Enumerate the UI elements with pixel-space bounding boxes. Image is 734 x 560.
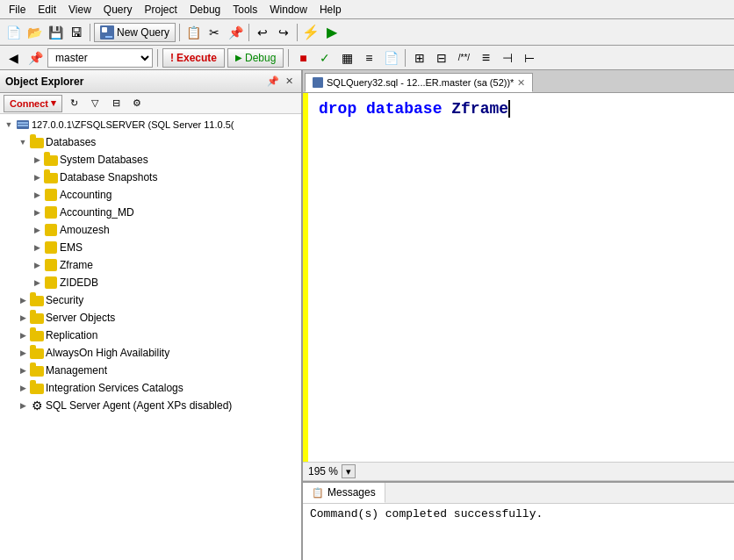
amouzesh-expand-icon[interactable]: ▶ xyxy=(30,223,44,237)
messages-tab[interactable]: 📋 Messages xyxy=(303,483,385,503)
tree-item-integration[interactable]: ▶ Integration Services Catalogs xyxy=(0,379,301,397)
accounting-expand-icon[interactable]: ▶ xyxy=(30,188,44,202)
server-expand-icon[interactable]: ▼ xyxy=(2,118,16,132)
oe-properties-button[interactable]: ⚙ xyxy=(127,94,147,113)
connection-button[interactable]: ⚡ xyxy=(301,23,320,42)
save-all-button[interactable]: 🖫 xyxy=(67,23,86,42)
system-db-expand-icon[interactable]: ▶ xyxy=(30,153,44,167)
oe-filter-button[interactable]: ▽ xyxy=(85,94,104,113)
tree-item-accounting[interactable]: ▶ Accounting xyxy=(0,186,301,204)
alwayson-label: AlwaysOn High Availability xyxy=(46,347,169,359)
tree-item-server-objects[interactable]: ▶ Server Objects xyxy=(0,309,301,327)
oe-close-button[interactable]: ✕ xyxy=(282,75,296,89)
menu-query[interactable]: Query xyxy=(98,2,138,18)
parse-button[interactable]: ✓ xyxy=(315,48,335,68)
menu-help[interactable]: Help xyxy=(314,2,347,18)
security-folder-icon xyxy=(30,293,44,307)
zoom-level: 195 % xyxy=(308,465,338,477)
redo-button[interactable]: ↪ xyxy=(274,23,293,42)
new-file-button[interactable]: 📄 xyxy=(4,23,23,42)
align-right-button[interactable]: ⊢ xyxy=(520,48,539,68)
editor-content-area[interactable]: drop database Zframe xyxy=(308,93,734,462)
toolbar2: ◀ 📌 master ! Execute ▶ Debug ■ ✓ ▦ ≡ 📄 ⊞… xyxy=(0,46,734,70)
messages-tab-label: Messages xyxy=(327,486,376,499)
sql-database-keyword: database xyxy=(366,100,442,118)
results-text-button[interactable]: ≡ xyxy=(359,48,378,68)
decrease-indent-button[interactable]: ⊟ xyxy=(432,48,451,68)
integration-expand-icon[interactable]: ▶ xyxy=(16,381,30,395)
menu-project[interactable]: Project xyxy=(140,2,183,18)
back-button[interactable]: ◀ xyxy=(4,48,23,68)
tree-item-management[interactable]: ▶ Management xyxy=(0,362,301,379)
menu-file[interactable]: File xyxy=(4,2,31,18)
new-query-button[interactable]: New Query xyxy=(94,23,176,42)
security-expand-icon[interactable]: ▶ xyxy=(16,293,30,307)
increase-indent-button[interactable]: ⊞ xyxy=(410,48,429,68)
tree-item-system-databases[interactable]: ▶ System Databases xyxy=(0,151,301,169)
oe-refresh-all-button[interactable]: ↻ xyxy=(64,94,83,113)
debug-button[interactable]: ▶ Debug xyxy=(227,48,284,68)
tree-item-sql-agent[interactable]: ▶ ⚙ SQL Server Agent (Agent XPs disabled… xyxy=(0,397,301,414)
comment-button[interactable]: /**/ xyxy=(454,48,473,68)
tree-item-ems[interactable]: ▶ EMS xyxy=(0,239,301,256)
server-icon xyxy=(16,118,30,132)
database-selector[interactable]: master xyxy=(47,48,153,68)
management-expand-icon[interactable]: ▶ xyxy=(16,363,30,377)
tree-item-alwayson[interactable]: ▶ AlwaysOn High Availability xyxy=(0,344,301,362)
tree-item-replication[interactable]: ▶ Replication xyxy=(0,327,301,344)
open-file-button[interactable]: 📂 xyxy=(25,23,44,42)
paste-button[interactable]: 📌 xyxy=(226,23,245,42)
save-button[interactable]: 💾 xyxy=(46,23,65,42)
align-left-button[interactable]: ⊣ xyxy=(498,48,517,68)
tree-item-accounting-md[interactable]: ▶ Accounting_MD xyxy=(0,204,301,221)
menu-view[interactable]: View xyxy=(63,2,97,18)
zframe-expand-icon[interactable]: ▶ xyxy=(30,258,44,272)
tree-item-zframe[interactable]: ▶ Zframe xyxy=(0,256,301,274)
zidedb-expand-icon[interactable]: ▶ xyxy=(30,276,44,290)
menu-edit[interactable]: Edit xyxy=(32,2,61,18)
menu-tools[interactable]: Tools xyxy=(227,2,263,18)
alwayson-folder-icon xyxy=(30,346,44,360)
execute-label: Execute xyxy=(176,52,217,64)
tab-close-button[interactable]: ✕ xyxy=(517,77,525,89)
oe-collapse-button[interactable]: ⊟ xyxy=(106,94,126,113)
oe-toolbar: Connect ▾ ↻ ▽ ⊟ ⚙ xyxy=(0,93,301,114)
debug-label: Debug xyxy=(245,52,276,64)
ems-expand-icon[interactable]: ▶ xyxy=(30,241,44,255)
tree-item-server[interactable]: ▼ 127.0.0.1\ZFSQLSERVER (SQL Server 11.0… xyxy=(0,116,301,133)
undo-button[interactable]: ↩ xyxy=(253,23,272,42)
tree-item-security[interactable]: ▶ Security xyxy=(0,291,301,309)
tree-item-db-snapshots[interactable]: ▶ Database Snapshots xyxy=(0,169,301,186)
databases-expand-icon[interactable]: ▼ xyxy=(16,135,30,149)
tab-bar: SQLQuery32.sql - 12...ER.master (sa (52)… xyxy=(303,70,734,93)
query-tab-active[interactable]: SQLQuery32.sql - 12...ER.master (sa (52)… xyxy=(305,73,533,92)
db-snapshots-label: Database Snapshots xyxy=(60,171,157,183)
toolbar2-separator-3 xyxy=(405,49,406,67)
tree-item-databases[interactable]: ▼ Databases xyxy=(0,133,301,151)
stop-button[interactable]: ■ xyxy=(293,48,313,68)
svg-rect-2 xyxy=(18,125,28,126)
forward-button[interactable]: 📌 xyxy=(25,48,45,68)
snapshots-expand-icon[interactable]: ▶ xyxy=(30,170,44,184)
results-grid-button[interactable]: ▦ xyxy=(337,48,356,68)
copy-button[interactable]: 📋 xyxy=(184,23,203,42)
oe-connect-button[interactable]: Connect ▾ xyxy=(4,95,62,112)
agent-expand-icon[interactable]: ▶ xyxy=(16,398,30,413)
accounting-md-expand-icon[interactable]: ▶ xyxy=(30,205,44,219)
menu-debug[interactable]: Debug xyxy=(184,2,226,18)
zoom-dropdown-button[interactable]: ▾ xyxy=(342,464,356,478)
replication-expand-icon[interactable]: ▶ xyxy=(16,328,30,342)
results-file-button[interactable]: 📄 xyxy=(381,48,400,68)
oe-pin-button[interactable]: 📌 xyxy=(266,75,280,89)
alwayson-expand-icon[interactable]: ▶ xyxy=(16,346,30,360)
snapshots-icon xyxy=(44,170,58,184)
run-button[interactable]: ▶ xyxy=(322,23,342,42)
menu-window[interactable]: Window xyxy=(264,2,313,18)
accounting-md-label: Accounting_MD xyxy=(60,206,134,219)
uncomment-button[interactable]: ≡ xyxy=(476,48,495,68)
tree-item-zidedb[interactable]: ▶ ZIDEDB xyxy=(0,274,301,291)
cut-button[interactable]: ✂ xyxy=(205,23,224,42)
server-objects-expand-icon[interactable]: ▶ xyxy=(16,311,30,325)
execute-button[interactable]: ! Execute xyxy=(162,48,225,68)
tree-item-amouzesh[interactable]: ▶ Amouzesh xyxy=(0,221,301,239)
